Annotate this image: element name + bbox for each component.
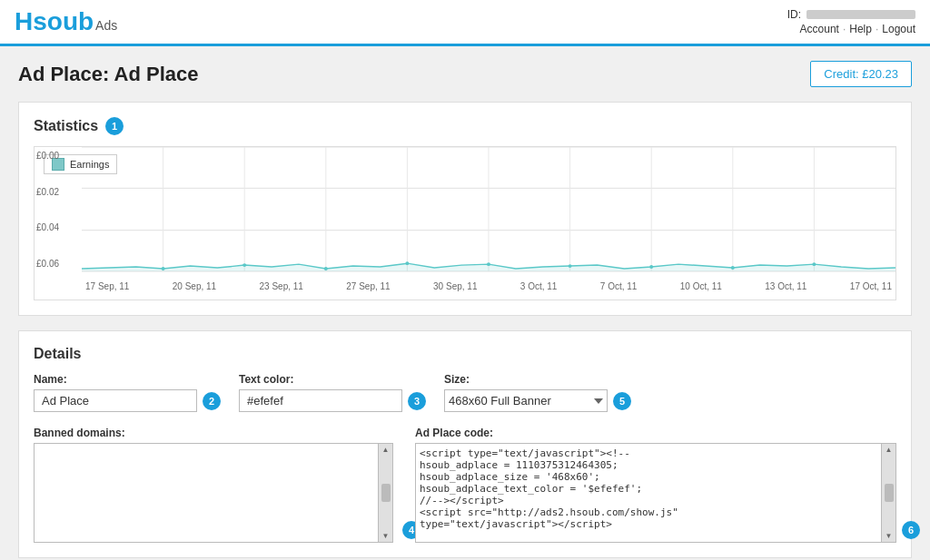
x-label-5: 30 Sep, 11	[433, 281, 477, 291]
adplace-code-scrollbar[interactable]: ▲ ▼	[882, 443, 896, 543]
x-label-3: 23 Sep, 11	[260, 281, 303, 291]
statistics-circle: 1	[105, 117, 124, 135]
chart-y-labels: £0.06 £0.04 £0.02 £0.00	[35, 147, 82, 272]
x-label-7: 7 Oct, 11	[600, 281, 638, 291]
header: Hsoub Ads ID: Account · Help · Logout	[0, 0, 930, 46]
account-link[interactable]: Account	[800, 23, 839, 35]
banned-domains-wrapper: ▲ ▼ 4	[34, 443, 397, 543]
banned-domains-column: Banned domains: ▲ ▼ 4	[34, 427, 397, 543]
y-label-2: £0.02	[36, 187, 78, 197]
x-label-2: 20 Sep, 11	[173, 281, 216, 291]
text-color-field-row: 3	[239, 389, 426, 412]
banned-domains-label: Banned domains:	[34, 427, 397, 439]
name-label: Name:	[34, 373, 221, 386]
x-label-9: 13 Oct, 11	[765, 281, 806, 291]
chart-area	[82, 147, 895, 272]
text-color-input[interactable]	[239, 389, 402, 412]
text-color-circle: 3	[408, 392, 426, 410]
details-fields-row: Name: 2 Text color: 3 Size: 468x60 Full …	[34, 373, 896, 412]
chart-svg	[82, 147, 895, 272]
name-field-group: Name: 2	[34, 373, 221, 412]
x-label-8: 10 Oct, 11	[680, 281, 722, 291]
svg-point-21	[812, 262, 816, 266]
adplace-code-column: Ad Place code: <script type="text/javasc…	[415, 427, 896, 543]
statistics-title: Statistics 1	[34, 117, 896, 135]
scroll-up-arrow[interactable]: ▲	[382, 446, 390, 454]
page-title: Ad Place: Ad Place	[18, 63, 198, 86]
logo-hsoub-text: Hsoub	[15, 7, 94, 36]
details-section: Details Name: 2 Text color: 3 Size:	[18, 330, 912, 558]
id-label: ID:	[787, 8, 801, 21]
svg-point-16	[405, 261, 409, 265]
name-circle: 2	[203, 392, 221, 410]
adplace-code-textarea[interactable]: <script type="text/javascript"><!-- hsou…	[415, 443, 882, 543]
y-label-4: £0.06	[36, 259, 78, 269]
banned-domains-scrollbar[interactable]: ▲ ▼	[379, 443, 393, 543]
header-id: ID:	[787, 8, 915, 21]
svg-point-14	[242, 263, 246, 267]
main-content: Ad Place: Ad Place Credit: £20.23 Statis…	[0, 46, 930, 560]
name-field-row: 2	[34, 389, 221, 412]
banned-domains-textarea[interactable]	[34, 443, 379, 543]
two-column-row: Banned domains: ▲ ▼ 4 Ad Place code: <sc…	[34, 427, 896, 543]
chart-x-labels: 17 Sep, 11 20 Sep, 11 23 Sep, 11 27 Sep,…	[82, 272, 895, 300]
nav-sep-2: ·	[876, 23, 878, 35]
code-scroll-up-arrow[interactable]: ▲	[885, 446, 893, 454]
svg-point-17	[487, 262, 490, 266]
svg-point-19	[649, 265, 653, 269]
y-label-1: £0.00	[36, 151, 78, 161]
adplace-code-label: Ad Place code:	[415, 427, 896, 439]
size-field-group: Size: 468x60 Full Banner 728x90 Leaderbo…	[444, 373, 631, 412]
logout-link[interactable]: Logout	[882, 23, 915, 35]
size-select[interactable]: 468x60 Full Banner 728x90 Leaderboard 30…	[444, 389, 608, 412]
details-label: Details	[34, 346, 81, 362]
x-label-10: 17 Oct, 11	[850, 281, 892, 291]
logo-ads-text: Ads	[95, 18, 117, 33]
svg-point-20	[731, 266, 735, 270]
scroll-thumb	[381, 484, 391, 502]
adplace-code-circle: 6	[902, 521, 920, 539]
svg-point-18	[569, 264, 572, 268]
size-circle: 5	[613, 392, 631, 410]
statistics-label: Statistics	[34, 118, 98, 134]
size-label: Size:	[444, 373, 631, 386]
details-title: Details	[34, 346, 896, 362]
code-scroll-thumb	[885, 484, 894, 502]
size-field-row: 468x60 Full Banner 728x90 Leaderboard 30…	[444, 389, 631, 412]
svg-point-13	[162, 267, 165, 270]
x-label-1: 17 Sep, 11	[85, 281, 129, 291]
chart-container: Earnings £0.06 £0.04 £0.02 £0.00	[34, 146, 896, 300]
name-input[interactable]	[34, 389, 197, 412]
text-color-field-group: Text color: 3	[239, 373, 426, 412]
svg-point-15	[324, 267, 328, 270]
y-label-3: £0.04	[36, 222, 78, 232]
header-nav: Account · Help · Logout	[800, 23, 915, 35]
credit-badge: Credit: £20.23	[810, 61, 912, 87]
header-right: ID: Account · Help · Logout	[787, 8, 915, 35]
x-label-4: 27 Sep, 11	[346, 281, 390, 291]
logo: Hsoub Ads	[15, 7, 117, 36]
text-color-label: Text color:	[239, 373, 426, 386]
nav-sep-1: ·	[843, 23, 846, 35]
page-header: Ad Place: Ad Place Credit: £20.23	[18, 61, 912, 87]
scroll-down-arrow[interactable]: ▼	[382, 532, 390, 540]
adplace-code-wrapper: <script type="text/javascript"><!-- hsou…	[415, 443, 896, 543]
statistics-section: Statistics 1 Earnings £0.06 £0.04 £0.02 …	[18, 102, 912, 316]
x-label-6: 3 Oct, 11	[520, 281, 558, 291]
code-scroll-down-arrow[interactable]: ▼	[885, 532, 893, 540]
id-bar	[806, 10, 915, 19]
help-link[interactable]: Help	[849, 23, 872, 35]
